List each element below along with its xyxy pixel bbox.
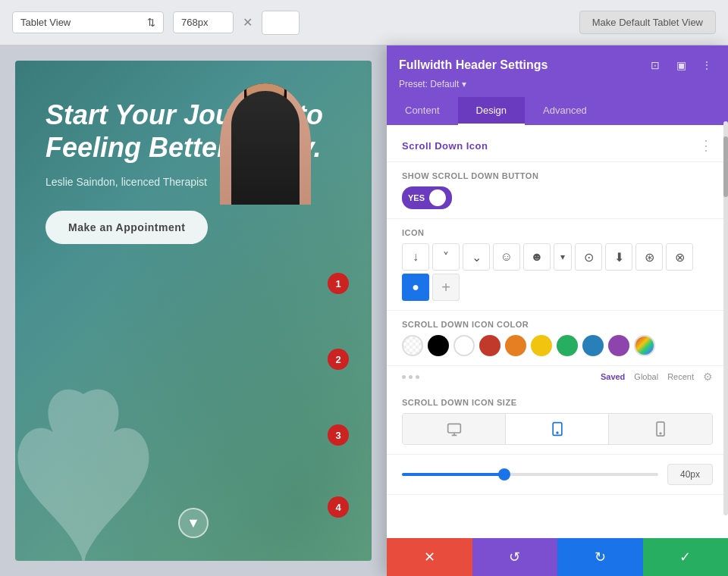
toggle-container: YES	[402, 186, 713, 209]
panel-header-icons: ⊡ ▣ ⋮	[646, 56, 716, 74]
undo-button[interactable]: ↺	[472, 538, 558, 576]
tab-advanced[interactable]: Advanced	[525, 97, 605, 125]
action-bar: ✕ ↺ ↻ ✓	[387, 538, 728, 576]
size-selector	[402, 413, 713, 445]
main-area: Start Your Journey to Feeling Better Tod…	[0, 45, 728, 576]
size-row: Scroll Down Icon Size	[387, 389, 728, 455]
icon-btn-smile[interactable]: ☺	[493, 243, 520, 271]
color-label: Scroll Down Icon Color	[402, 320, 713, 329]
color-swatch-rainbow[interactable]	[634, 335, 655, 356]
color-swatch-orange[interactable]	[505, 335, 526, 356]
px-close-button[interactable]: ✕	[238, 14, 257, 31]
hero-section: Start Your Journey to Feeling Better Tod…	[15, 61, 372, 561]
toggle-circle	[429, 189, 446, 206]
size-label: Scroll Down Icon Size	[402, 398, 713, 407]
icon-btn-emoji[interactable]: ☻	[523, 243, 551, 271]
icon-btn-circle-check[interactable]: ⊛	[635, 243, 663, 271]
color-swatch-white[interactable]	[453, 335, 475, 356]
icon-btn-chevron-down[interactable]: ˅	[432, 243, 460, 271]
color-swatch-green[interactable]	[557, 335, 578, 356]
section-title: Scroll Down Icon	[402, 140, 488, 152]
panel-tabs: Content Design Advanced	[387, 97, 728, 125]
svg-point-4	[660, 433, 661, 434]
responsive-icon[interactable]: ⊡	[646, 56, 664, 74]
icon-btn-dropdown[interactable]: ▾	[554, 243, 572, 271]
preview-box	[262, 11, 300, 35]
step-2-circle: 2	[328, 349, 349, 370]
color-row: Scroll Down Icon Color	[387, 311, 728, 366]
step-4-circle: 4	[328, 496, 349, 518]
icon-btn-circle-active[interactable]: ●	[402, 274, 429, 301]
slider-row: 40px	[387, 455, 728, 495]
panel-preset[interactable]: Preset: Default ▾	[399, 79, 716, 89]
color-tab-recent[interactable]: Recent	[667, 372, 694, 381]
color-swatch-blue[interactable]	[582, 335, 604, 356]
section-header: Scroll Down Icon ⋮	[387, 125, 728, 162]
plant-decoration	[15, 371, 159, 561]
chevron-icon: ⇅	[147, 17, 155, 28]
px-input[interactable]	[173, 11, 234, 33]
icon-btn-circle-arrow[interactable]: ⬇	[605, 243, 632, 271]
layout-icon[interactable]: ▣	[672, 56, 690, 74]
slider-thumb[interactable]	[498, 468, 510, 481]
default-tablet-button[interactable]: Make Default Tablet View	[579, 11, 716, 34]
color-dot-2	[409, 375, 413, 379]
view-select-label: Tablet View	[20, 17, 71, 28]
color-settings-icon[interactable]: ⚙	[703, 371, 713, 383]
scroll-down-button[interactable]: ▼	[178, 508, 209, 538]
color-tabs-row: Saved Global Recent ⚙	[387, 366, 728, 389]
slider-value[interactable]: 40px	[667, 464, 713, 485]
color-swatch-transparent[interactable]	[402, 335, 423, 356]
settings-panel: Fullwidth Header Settings ⊡ ▣ ⋮ Preset: …	[387, 45, 728, 576]
person-image	[220, 83, 311, 205]
step-3-circle: 3	[328, 424, 349, 446]
show-scroll-label: Show Scroll Down Button	[402, 171, 713, 180]
color-tab-saved[interactable]: Saved	[601, 372, 625, 381]
svg-point-2	[557, 432, 558, 434]
size-btn-mobile[interactable]	[609, 414, 712, 444]
hero-cta-button[interactable]: Make an Appointment	[46, 211, 208, 244]
slider-track[interactable]	[402, 473, 658, 476]
tab-content[interactable]: Content	[387, 97, 458, 125]
panel-body: Scroll Down Icon ⋮ Show Scroll Down Butt…	[387, 125, 728, 538]
icon-picker: ↓ ˅ ⌄ ☺ ☻ ▾ ⊙ ⬇ ⊛ ⊗ ● +	[402, 243, 713, 301]
tab-design[interactable]: Design	[458, 97, 525, 125]
redo-button[interactable]: ↻	[557, 538, 643, 576]
px-input-group: ✕	[173, 11, 300, 35]
icon-btn-circle-x[interactable]: ⊗	[666, 243, 693, 271]
slider-fill	[402, 473, 504, 476]
color-swatch-black[interactable]	[428, 335, 449, 356]
icon-btn-angle-down[interactable]: ⌄	[463, 243, 490, 271]
svg-rect-0	[447, 424, 460, 433]
save-button[interactable]: ✓	[643, 538, 729, 576]
top-bar: Tablet View ⇅ ✕ Make Default Tablet View	[0, 0, 728, 45]
scroll-thumb[interactable]	[723, 136, 728, 197]
icon-add-button[interactable]: +	[432, 274, 460, 301]
color-dot-3	[416, 375, 419, 379]
canvas-area: Start Your Journey to Feeling Better Tod…	[0, 45, 387, 576]
icon-btn-circle-down[interactable]: ⊙	[575, 243, 602, 271]
icon-btn-arrow-down[interactable]: ↓	[402, 243, 429, 271]
color-dot-1	[402, 375, 406, 379]
toggle-yes[interactable]: YES	[402, 186, 452, 209]
toggle-yes-text: YES	[408, 193, 425, 202]
color-dots	[402, 375, 419, 379]
size-btn-tablet[interactable]	[506, 414, 609, 444]
person-body	[231, 91, 300, 205]
size-btn-desktop[interactable]	[403, 414, 506, 444]
color-swatch-purple[interactable]	[608, 335, 629, 356]
color-swatch-red[interactable]	[479, 335, 500, 356]
icon-picker-row: Icon ↓ ˅ ⌄ ☺ ☻ ▾ ⊙ ⬇ ⊛ ⊗ ● +	[387, 219, 728, 311]
color-swatches	[402, 335, 713, 356]
step-1-circle: 1	[328, 273, 349, 294]
color-tab-links: Saved Global Recent ⚙	[601, 371, 713, 383]
section-menu-icon[interactable]: ⋮	[699, 137, 713, 154]
show-scroll-row: Show Scroll Down Button YES	[387, 162, 728, 219]
scroll-bar[interactable]	[723, 121, 728, 515]
view-select[interactable]: Tablet View ⇅	[12, 11, 164, 33]
color-tab-global[interactable]: Global	[634, 372, 658, 381]
panel-header-top: Fullwidth Header Settings ⊡ ▣ ⋮	[399, 56, 716, 74]
color-swatch-yellow[interactable]	[531, 335, 552, 356]
more-icon[interactable]: ⋮	[698, 56, 716, 74]
cancel-button[interactable]: ✕	[387, 538, 472, 576]
